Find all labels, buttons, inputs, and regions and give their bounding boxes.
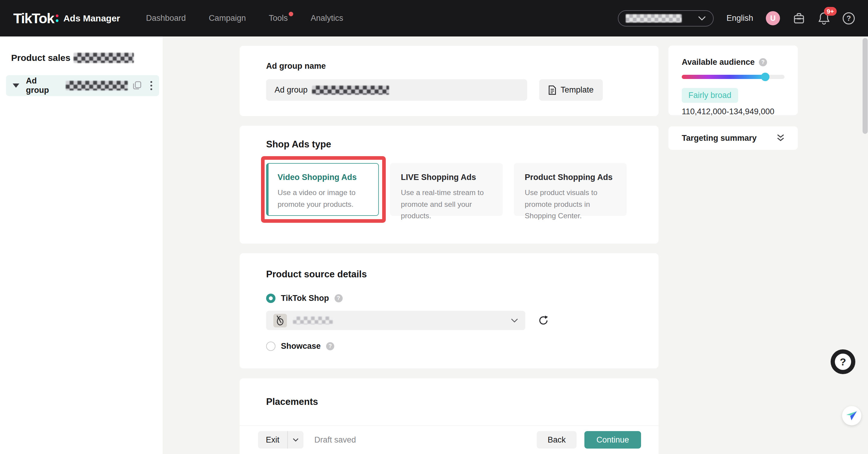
campaign-tree-sidebar: Product sales Ad group bbox=[0, 36, 163, 454]
targeting-summary-title: Targeting summary bbox=[682, 133, 757, 143]
main-content: Ad group name Ad group Template bbox=[240, 36, 658, 454]
brand[interactable]: TikTok Ads Manager bbox=[13, 10, 120, 27]
page-scrollbar-thumb[interactable] bbox=[863, 38, 868, 134]
help-hint-icon[interactable]: ? bbox=[759, 58, 767, 66]
chevron-down-icon bbox=[698, 16, 706, 21]
brand-suffix: Ads Manager bbox=[63, 13, 120, 24]
tiktok-shop-radio[interactable] bbox=[266, 294, 276, 303]
help-hint-icon[interactable]: ? bbox=[335, 294, 343, 302]
adgroup-name-input[interactable]: Ad group bbox=[266, 79, 527, 101]
continue-button[interactable]: Continue bbox=[584, 431, 641, 449]
available-audience-title: Available audience bbox=[682, 58, 755, 67]
redacted-campaign-name bbox=[73, 53, 134, 63]
document-icon bbox=[548, 85, 556, 95]
showcase-radio[interactable] bbox=[266, 341, 276, 351]
nav-item-dashboard[interactable]: Dashboard bbox=[146, 13, 186, 23]
shop-logo-image bbox=[273, 314, 287, 327]
main-nav: Dashboard Campaign Tools Analytics bbox=[146, 13, 343, 23]
redacted-adgroup-name bbox=[66, 81, 128, 90]
tiktok-logo: TikTok bbox=[13, 10, 59, 27]
nav-item-campaign[interactable]: Campaign bbox=[209, 13, 246, 23]
tiktok-shop-label: TikTok Shop bbox=[281, 294, 329, 303]
notification-badge: 9+ bbox=[824, 7, 837, 16]
question-icon: ? bbox=[835, 354, 851, 370]
caret-down-icon[interactable] bbox=[13, 84, 19, 88]
template-button[interactable]: Template bbox=[539, 79, 603, 101]
product-source-card: Product source details TikTok Shop ? bbox=[240, 253, 658, 368]
top-navbar: TikTok Ads Manager Dashboard Campaign To… bbox=[0, 0, 868, 36]
shop-select-dropdown[interactable] bbox=[266, 311, 525, 330]
double-chevron-down-icon[interactable] bbox=[777, 134, 784, 142]
showcase-label: Showcase bbox=[281, 341, 321, 351]
refresh-icon bbox=[538, 315, 549, 326]
footer-action-bar: Exit Draft saved Back Continue bbox=[240, 426, 658, 454]
available-audience-card: Available audience ? Fairly broad 110,41… bbox=[669, 46, 798, 115]
shop-ads-type-title: Shop Ads type bbox=[266, 139, 632, 150]
audience-gauge-fill bbox=[682, 75, 764, 79]
exit-button[interactable]: Exit bbox=[258, 431, 287, 449]
business-center-button[interactable] bbox=[793, 12, 805, 25]
floating-help-button[interactable]: ? bbox=[831, 350, 855, 374]
product-source-title: Product source details bbox=[266, 269, 632, 280]
tiktok-logo-colon bbox=[56, 14, 59, 22]
nav-item-tools[interactable]: Tools bbox=[269, 13, 288, 23]
exit-split-button: Exit bbox=[258, 431, 304, 449]
chevron-down-icon bbox=[293, 438, 299, 442]
audience-level-badge: Fairly broad bbox=[682, 88, 738, 103]
back-button[interactable]: Back bbox=[537, 431, 577, 449]
redacted-shop-name bbox=[293, 316, 333, 324]
nav-item-analytics[interactable]: Analytics bbox=[311, 13, 343, 23]
chevron-down-icon bbox=[511, 319, 518, 323]
draft-status: Draft saved bbox=[314, 435, 356, 445]
audience-gauge-handle[interactable] bbox=[761, 73, 770, 81]
copy-icon[interactable] bbox=[133, 81, 142, 90]
tiktok-shop-radio-row: TikTok Shop ? bbox=[266, 294, 632, 303]
audience-gauge bbox=[682, 75, 784, 79]
account-selector[interactable] bbox=[618, 10, 714, 27]
audience-range: 110,412,000-134,949,000 bbox=[682, 107, 784, 116]
paper-plane-icon bbox=[846, 411, 858, 421]
adgroup-name-label: Ad group name bbox=[266, 61, 632, 71]
notifications-button[interactable]: 9+ bbox=[818, 12, 830, 25]
question-icon: ? bbox=[846, 14, 851, 23]
campaign-title: Product sales bbox=[11, 53, 163, 63]
notification-dot bbox=[289, 12, 293, 16]
help-hint-icon[interactable]: ? bbox=[326, 342, 334, 350]
targeting-summary-card[interactable]: Targeting summary bbox=[669, 126, 798, 150]
tiktok-ads-manager-page: TikTok Ads Manager Dashboard Campaign To… bbox=[0, 0, 868, 454]
redacted-account-name bbox=[626, 14, 682, 23]
exit-menu-button[interactable] bbox=[288, 431, 304, 449]
help-button[interactable]: ? bbox=[843, 12, 855, 24]
refresh-button[interactable] bbox=[538, 315, 549, 326]
briefcase-icon bbox=[793, 12, 805, 25]
placements-card: Placements bbox=[240, 378, 658, 426]
option-live-shopping-ads[interactable]: LIVE Shopping Ads Use a real-time stream… bbox=[390, 163, 503, 216]
kebab-menu-icon[interactable] bbox=[150, 81, 153, 91]
navbar-right: English U 9+ ? bbox=[618, 10, 855, 27]
placements-title: Placements bbox=[266, 396, 632, 407]
showcase-radio-row: Showcase ? bbox=[266, 341, 632, 351]
floating-messenger-button[interactable] bbox=[842, 406, 861, 425]
shop-ads-type-card: Shop Ads type Video Shopping Ads Use a v… bbox=[240, 126, 658, 244]
option-product-shopping-ads[interactable]: Product Shopping Ads Use product visuals… bbox=[514, 163, 627, 216]
language-selector[interactable]: English bbox=[726, 13, 753, 23]
adgroup-name-card: Ad group name Ad group Template bbox=[240, 46, 658, 116]
option-video-shopping-ads[interactable]: Video Shopping Ads Use a video or image … bbox=[266, 163, 379, 216]
redacted-adgroup-name-value bbox=[312, 86, 389, 95]
avatar[interactable]: U bbox=[766, 11, 780, 25]
sidebar-item-adgroup[interactable]: Ad group bbox=[6, 75, 159, 96]
